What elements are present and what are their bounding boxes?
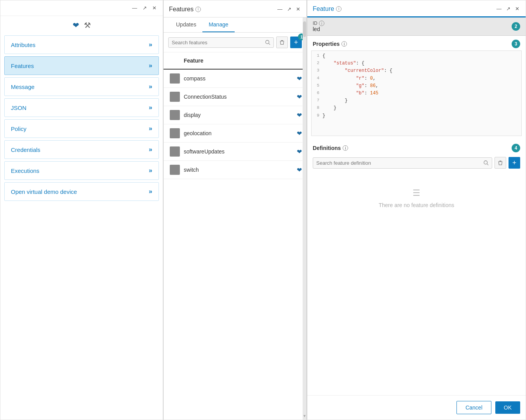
badge-2: 2 [512, 22, 520, 31]
right-minimize-icon[interactable]: — [496, 5, 502, 12]
code-line-7: 7 } [312, 97, 521, 105]
left-panel-header: — ↗ ✕ [0, 0, 163, 16]
right-panel-controls: — ↗ ✕ [496, 5, 520, 12]
properties-info-icon[interactable]: i [341, 41, 347, 47]
code-line-1: 1 { [312, 52, 521, 60]
svg-line-1 [269, 44, 270, 45]
properties-code-editor[interactable]: 1 { 2 "status": { 3 "currentColor": { 4 … [311, 51, 522, 136]
badge-3: 3 [512, 40, 520, 48]
def-search-row: + [313, 157, 520, 169]
ok-button[interactable]: OK [495, 401, 520, 414]
expand-icon[interactable]: ↗ [142, 4, 148, 12]
tab-updates[interactable]: Updates [170, 17, 202, 32]
nav-label-policy: Policy [11, 125, 26, 132]
search-features-input[interactable] [172, 40, 263, 45]
nav-item-attributes[interactable]: Attributes » [4, 35, 159, 54]
feature-name-connectionstatus: ConnectionStatus [184, 94, 293, 100]
toolbar-icons: ❤ ⚒ [0, 16, 163, 33]
right-title-text: Feature [313, 5, 334, 12]
chevron-icon-credentials: » [149, 146, 152, 153]
mid-title-text: Features [169, 6, 193, 13]
id-info-icon[interactable]: i [319, 21, 324, 26]
nav-item-features[interactable]: Features » [4, 56, 159, 75]
feature-name-switch: switch [184, 167, 293, 173]
feature-icon-connectionstatus [170, 92, 180, 102]
scrollbar-track[interactable]: ▼ [303, 17, 307, 420]
feature-row-connectionstatus[interactable]: ConnectionStatus ❤ [164, 88, 307, 106]
delete-definition-button[interactable] [495, 157, 506, 169]
svg-rect-7 [499, 161, 501, 162]
nav-list: Attributes » Features » Message » JSON »… [0, 33, 163, 203]
mid-close-icon[interactable]: ✕ [295, 5, 301, 13]
nav-item-credentials[interactable]: Credentials » [4, 140, 159, 159]
mid-panel: Features i — ↗ ✕ Updates Manage [163, 0, 307, 420]
right-panel-title: Feature i [313, 5, 341, 12]
cancel-button[interactable]: Cancel [456, 401, 491, 414]
svg-line-5 [487, 164, 489, 166]
chevron-icon-message: » [149, 83, 152, 90]
id-section-left: ID i led [313, 21, 324, 32]
minimize-icon[interactable]: — [131, 4, 138, 12]
nav-label-credentials: Credentials [11, 146, 40, 153]
search-features-box[interactable] [168, 37, 274, 48]
delete-feature-button[interactable] [276, 37, 288, 48]
feature-icon-switch [170, 165, 180, 175]
right-close-icon[interactable]: ✕ [514, 5, 520, 12]
feature-row-switch[interactable]: switch ❤ [164, 161, 307, 179]
scrollbar-thumb[interactable] [303, 21, 306, 37]
search-icon [265, 40, 270, 45]
mid-panel-controls: — ↗ ✕ [277, 5, 301, 13]
heart-icon-compass: ❤ [297, 75, 302, 82]
feature-row-display[interactable]: display ❤ [164, 106, 307, 124]
nav-label-features: Features [11, 63, 34, 69]
left-panel-icons: — ↗ ✕ [131, 4, 157, 12]
feature-row-compass[interactable]: compass ❤ [164, 70, 307, 88]
mid-panel-title: Features i [169, 6, 201, 13]
right-panel-header: Feature i — ↗ ✕ [307, 0, 526, 17]
def-search-box[interactable] [313, 157, 492, 169]
heart-icon-switch: ❤ [297, 166, 302, 174]
feature-icon-softwareupdates [170, 146, 180, 157]
heart-icon-display: ❤ [297, 112, 302, 119]
feature-row-geolocation[interactable]: geolocation ❤ [164, 124, 307, 143]
id-value: led [313, 26, 324, 32]
tab-manage[interactable]: Manage [202, 17, 235, 32]
features-info-icon[interactable]: i [195, 7, 201, 12]
feature-icon-display [170, 110, 180, 120]
feature-icon-geolocation [170, 128, 180, 138]
chevron-icon-json: » [149, 104, 152, 111]
right-expand-icon[interactable]: ↗ [505, 5, 511, 12]
code-line-6: 6 "b": 145 [312, 90, 521, 97]
mid-search-row: 1 + [164, 33, 307, 52]
feature-row-softwareupdates[interactable]: softwareUpdates ❤ [164, 143, 307, 161]
nav-item-message[interactable]: Message » [4, 77, 159, 96]
mid-expand-icon[interactable]: ↗ [286, 5, 292, 13]
svg-rect-3 [281, 40, 283, 41]
nav-item-executions[interactable]: Executions » [4, 161, 159, 180]
nav-item-open-virtual[interactable]: Open virtual demo device » [4, 182, 159, 201]
definitions-info-icon[interactable]: i [343, 145, 348, 151]
right-panel: Feature i — ↗ ✕ ID i led 2 Properties i … [307, 0, 526, 420]
svg-point-0 [266, 40, 269, 44]
feature-column-label: Feature [180, 58, 302, 64]
code-line-3: 3 "currentColor": { [312, 67, 521, 75]
svg-point-4 [484, 161, 488, 164]
def-search-input[interactable] [316, 160, 481, 166]
chevron-icon-open-virtual: » [149, 188, 152, 195]
id-section: ID i led 2 [307, 17, 526, 36]
add-feature-button[interactable]: 1 + [290, 37, 302, 48]
feature-info-icon[interactable]: i [336, 6, 341, 12]
add-definition-button[interactable]: + [509, 157, 520, 169]
code-line-9: 9 } [312, 112, 521, 120]
nav-label-executions: Executions [11, 167, 39, 174]
nav-label-open-virtual: Open virtual demo device [11, 188, 77, 195]
mid-minimize-icon[interactable]: — [277, 5, 283, 13]
nav-item-json[interactable]: JSON » [4, 98, 159, 117]
chevron-icon-features: » [149, 62, 152, 69]
nav-item-policy[interactable]: Policy » [4, 119, 159, 138]
feature-name-compass: compass [184, 75, 293, 82]
close-icon[interactable]: ✕ [152, 4, 157, 12]
def-search-icon [483, 160, 489, 166]
scroll-down-arrow[interactable]: ▼ [303, 414, 307, 418]
feature-name-geolocation: geolocation [184, 130, 293, 136]
